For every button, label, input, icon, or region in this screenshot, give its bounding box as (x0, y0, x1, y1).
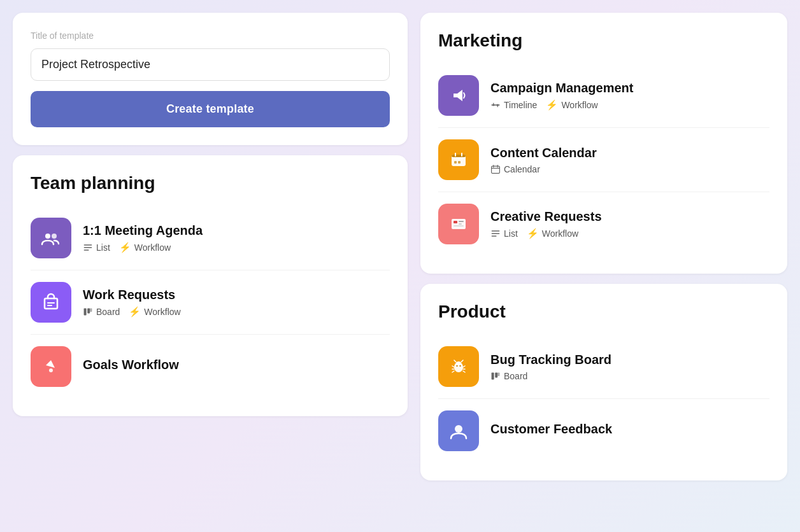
marketing-list: Campaign Management Timeline (438, 64, 769, 256)
customer-feedback-name: Customer Feedback (490, 422, 769, 437)
svg-rect-9 (87, 308, 90, 313)
svg-rect-48 (492, 372, 494, 379)
bug-tracking-info: Bug Tracking Board Board (490, 353, 769, 381)
svg-rect-30 (459, 221, 464, 222)
content-calendar-name: Content Calendar (490, 146, 769, 160)
content-calendar-tags: Calendar (490, 164, 769, 174)
marketing-card: Marketing Campaign Management (420, 13, 787, 274)
campaign-tags: Timeline ⚡ Workflow (490, 99, 769, 111)
bug-tracking-tags: Board (490, 371, 769, 381)
svg-rect-22 (454, 161, 457, 164)
right-column: Marketing Campaign Management (420, 13, 787, 480)
svg-rect-29 (454, 221, 457, 223)
list-item[interactable]: 1:1 Meeting Agenda List ⚡ W (31, 206, 390, 270)
template-title-input[interactable] (31, 48, 390, 81)
product-list: Bug Tracking Board Board (438, 335, 769, 463)
workflow-tag3: ⚡ Workflow (546, 99, 597, 111)
creative-requests-icon (438, 204, 479, 244)
product-card: Product (420, 284, 787, 480)
goals-icon (31, 346, 71, 387)
svg-rect-6 (47, 302, 55, 304)
svg-rect-49 (495, 372, 497, 377)
create-template-button[interactable]: Create template (31, 91, 390, 127)
meeting-agenda-icon (31, 218, 71, 258)
workflow-tag4: ⚡ Workflow (527, 228, 578, 239)
left-column: Title of template Create template Team p… (13, 13, 408, 416)
board-tag: Board (83, 307, 120, 317)
list-item[interactable]: Work Requests Board ⚡ Workf (31, 270, 390, 334)
list-item[interactable]: Goals Workflow (31, 334, 390, 398)
svg-point-11 (49, 368, 53, 372)
customer-feedback-info: Customer Feedback (490, 422, 769, 440)
svg-rect-35 (492, 235, 497, 237)
svg-rect-34 (492, 233, 500, 234)
svg-line-44 (452, 371, 454, 372)
campaign-info: Campaign Management Timeline (490, 81, 769, 111)
work-requests-info: Work Requests Board ⚡ Workf (83, 288, 390, 318)
list-item[interactable]: Creative Requests List ⚡ Wo (438, 192, 769, 256)
list-item[interactable]: Bug Tracking Board Board (438, 335, 769, 398)
meeting-agenda-name: 1:1 Meeting Agenda (83, 223, 390, 238)
team-planning-list: 1:1 Meeting Agenda List ⚡ W (31, 206, 390, 398)
workflow-tag: ⚡ Workflow (119, 242, 171, 253)
svg-rect-3 (84, 247, 92, 248)
svg-line-41 (461, 360, 463, 362)
work-requests-icon (31, 282, 71, 323)
calendar-tag: Calendar (490, 164, 540, 174)
goals-info: Goals Workflow (83, 358, 390, 376)
campaign-name: Campaign Management (490, 81, 769, 95)
creative-requests-tags: List ⚡ Workflow (490, 228, 769, 239)
campaign-icon (438, 75, 479, 116)
svg-rect-23 (458, 161, 461, 164)
svg-rect-2 (84, 244, 92, 246)
svg-rect-7 (47, 305, 52, 306)
creative-requests-info: Creative Requests List ⚡ Wo (490, 209, 769, 239)
work-requests-tags: Board ⚡ Workflow (83, 306, 390, 318)
svg-rect-31 (459, 223, 462, 225)
svg-rect-19 (452, 155, 466, 157)
svg-rect-32 (454, 225, 464, 227)
template-label: Title of template (31, 31, 390, 41)
svg-line-45 (463, 366, 465, 367)
bug-tracking-name: Bug Tracking Board (490, 353, 769, 367)
svg-point-39 (459, 365, 461, 367)
svg-rect-33 (492, 230, 500, 232)
board-tag2: Board (490, 371, 527, 381)
customer-feedback-icon (438, 410, 479, 451)
list-item[interactable]: Campaign Management Timeline (438, 64, 769, 127)
svg-line-42 (452, 366, 454, 367)
svg-point-0 (45, 234, 50, 239)
list-item[interactable]: Content Calendar Calendar (438, 127, 769, 192)
svg-rect-10 (90, 308, 92, 312)
svg-rect-8 (84, 308, 87, 315)
svg-line-40 (454, 360, 456, 362)
timeline-tag: Timeline (490, 100, 537, 110)
work-requests-name: Work Requests (83, 288, 390, 302)
list-tag: List (83, 242, 110, 253)
svg-rect-4 (84, 249, 89, 251)
svg-rect-24 (492, 166, 500, 173)
workflow-tag2: ⚡ Workflow (129, 306, 180, 318)
list-tag2: List (490, 228, 518, 239)
create-template-card: Title of template Create template (13, 13, 408, 145)
content-calendar-icon (438, 139, 479, 180)
meeting-agenda-tags: List ⚡ Workflow (83, 242, 390, 253)
svg-point-38 (456, 365, 457, 367)
svg-rect-50 (497, 372, 499, 376)
svg-point-51 (455, 425, 462, 433)
goals-name: Goals Workflow (83, 358, 390, 372)
team-planning-title: Team planning (31, 173, 390, 193)
product-title: Product (438, 302, 769, 322)
svg-point-1 (52, 234, 57, 239)
meeting-agenda-info: 1:1 Meeting Agenda List ⚡ W (83, 223, 390, 253)
bug-tracking-icon (438, 346, 479, 387)
list-item[interactable]: Customer Feedback (438, 398, 769, 463)
team-planning-card: Team planning 1:1 Meeting Agenda (13, 155, 408, 416)
content-calendar-info: Content Calendar Calendar (490, 146, 769, 174)
svg-line-47 (463, 371, 465, 372)
marketing-title: Marketing (438, 31, 769, 51)
creative-requests-name: Creative Requests (490, 209, 769, 224)
